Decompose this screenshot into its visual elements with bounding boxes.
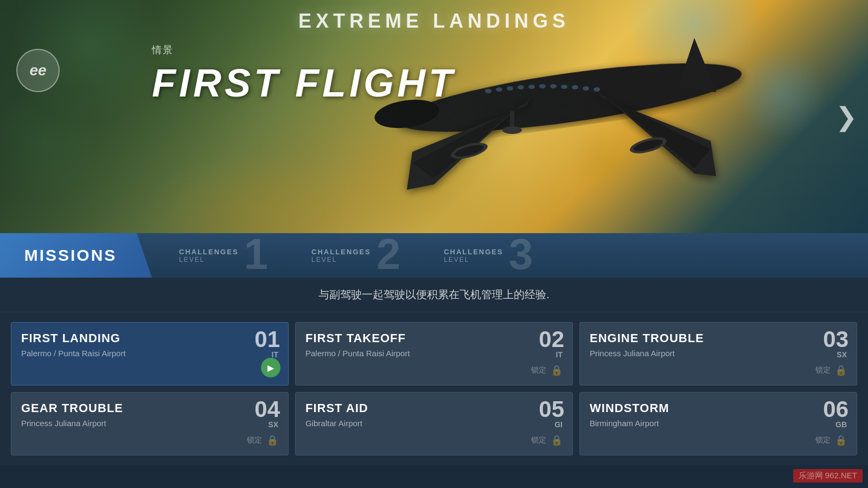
lock-text-06: 锁定 <box>815 435 831 445</box>
game-logo: ee <box>16 49 60 92</box>
mission-card-03[interactable]: 03 ENGINE TROUBLE Princess Juliana Airpo… <box>579 322 857 386</box>
mission-number-02: 02 <box>539 328 564 351</box>
mission-number-03: 03 <box>823 328 848 351</box>
hero-title: FIRST FLIGHT <box>152 61 456 105</box>
challenge-3-level: LEVEL <box>444 256 469 264</box>
content-area: 与副驾驶一起驾驶以便积累在飞机管理上的经验. 01 FIRST LANDING … <box>0 278 868 465</box>
lock-text-03: 锁定 <box>815 365 831 375</box>
missions-grid: 01 FIRST LANDING Palermo / Punta Raisi A… <box>0 312 868 465</box>
mission-airport-05: Gibraltar Airport <box>305 419 362 428</box>
hero-subtitle: 情景 <box>152 43 456 56</box>
challenge-1-number: 1 <box>244 233 269 276</box>
game-title: EXTREME LANDINGS <box>0 10 868 33</box>
hero-banner: EXTREME LANDINGS ee 情景 FIRST FLIGHT ❯ <box>0 0 868 233</box>
hero-title-area: 情景 FIRST FLIGHT <box>152 43 456 105</box>
mission-number-01: 01 <box>254 328 280 351</box>
play-button-01[interactable]: ▶ <box>261 358 280 377</box>
mission-airport-02: Palermo / Punta Raisi Airport <box>305 349 410 358</box>
mission-card-05[interactable]: 05 FIRST AID Gibraltar Airport GI 锁定 🔒 <box>295 392 573 455</box>
missions-tab-label: MISSIONS <box>24 246 117 265</box>
tabs-bar: MISSIONS CHALLENGES LEVEL 1 CHALLENGES L… <box>0 233 868 278</box>
lock-text-02: 锁定 <box>531 365 546 375</box>
lock-text-05: 锁定 <box>531 435 546 445</box>
mission-number-04: 04 <box>254 398 280 421</box>
mission-name-03: ENGINE TROUBLE <box>590 331 847 345</box>
lock-icon-03: 🔒 <box>835 364 847 376</box>
lock-icon-05: 🔒 <box>551 434 563 446</box>
challenge-1-label: CHALLENGES <box>179 248 239 256</box>
mission-airport-03: Princess Juliana Airport <box>590 349 675 358</box>
mission-airport-04: Princess Juliana Airport <box>21 419 106 428</box>
watermark: 乐游网 962.NET <box>793 469 863 483</box>
mission-card-02[interactable]: 02 FIRST TAKEOFF Palermo / Punta Raisi A… <box>295 322 573 386</box>
mission-name-06: WINDSTORM <box>590 401 847 415</box>
watermark-url: 962.NET <box>825 471 857 480</box>
mission-number-06: 06 <box>823 398 848 421</box>
mission-card-04[interactable]: 04 GEAR TROUBLE Princess Juliana Airport… <box>11 392 289 455</box>
next-arrow-button[interactable]: ❯ <box>835 101 857 132</box>
mission-airport-01: Palermo / Punta Raisi Airport <box>21 349 126 358</box>
mission-card-01[interactable]: 01 FIRST LANDING Palermo / Punta Raisi A… <box>11 322 289 386</box>
watermark-site: 乐游网 <box>799 471 823 480</box>
missions-tab[interactable]: MISSIONS <box>0 233 152 278</box>
challenge-tab-2[interactable]: CHALLENGES LEVEL 2 <box>284 233 417 278</box>
mission-airport-06: Birmingham Airport <box>590 419 659 428</box>
challenge-1-level: LEVEL <box>179 256 205 264</box>
mission-name-01: FIRST LANDING <box>21 331 278 345</box>
lock-icon-04: 🔒 <box>266 434 278 446</box>
challenge-tab-3[interactable]: CHALLENGES LEVEL 3 <box>417 233 549 278</box>
challenge-2-level: LEVEL <box>311 256 337 264</box>
challenge-2-number: 2 <box>376 233 401 276</box>
challenge-3-number: 3 <box>509 233 533 276</box>
challenge-3-label: CHALLENGES <box>444 248 503 256</box>
lock-text-04: 锁定 <box>247 435 262 445</box>
hero-overlay <box>0 0 868 233</box>
mission-number-05: 05 <box>539 398 564 421</box>
lock-icon-06: 🔒 <box>835 434 847 446</box>
challenge-2-label: CHALLENGES <box>311 248 371 256</box>
mission-name-05: FIRST AID <box>305 401 563 415</box>
mission-name-02: FIRST TAKEOFF <box>305 331 563 345</box>
description-bar: 与副驾驶一起驾驶以便积累在飞机管理上的经验. <box>0 278 868 312</box>
mission-name-04: GEAR TROUBLE <box>21 401 278 415</box>
challenge-tab-1[interactable]: CHALLENGES LEVEL 1 <box>152 233 284 278</box>
lock-icon-02: 🔒 <box>551 364 563 376</box>
mission-card-06[interactable]: 06 WINDSTORM Birmingham Airport GB 锁定 🔒 <box>579 392 857 455</box>
